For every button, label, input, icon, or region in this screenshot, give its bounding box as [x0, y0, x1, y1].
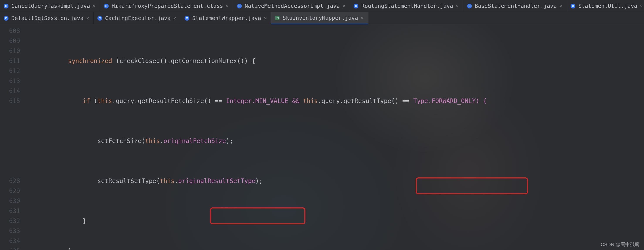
close-icon[interactable]: ×: [225, 4, 229, 8]
line-number[interactable]: 611: [0, 56, 20, 66]
java-class-icon: C: [184, 15, 190, 21]
line-number[interactable]: 635: [0, 246, 20, 250]
close-icon[interactable]: ×: [455, 4, 459, 8]
code-text: .query.getResultType() ==: [318, 96, 413, 106]
line-number[interactable]: 615: [0, 96, 20, 106]
java-class-icon: C: [3, 15, 9, 21]
close-icon[interactable]: ×: [173, 16, 177, 20]
editor-tab[interactable]: MSkuInventoryMapper.java×: [271, 12, 368, 24]
svg-text:C: C: [5, 16, 7, 20]
editor-tabs-row-2: CDefaultSqlSession.java×CCachingExecutor…: [0, 12, 644, 24]
java-class-icon: C: [466, 3, 472, 9]
code-text: .: [160, 136, 164, 146]
svg-text:C: C: [99, 16, 101, 20]
close-icon[interactable]: ×: [360, 16, 364, 20]
tab-label: DefaultSqlSession.java: [11, 15, 84, 21]
tab-label: StatementWrapper.java: [192, 15, 261, 21]
code-area[interactable]: synchronized (checkClosed().getConnectio…: [24, 24, 644, 250]
tab-label: BaseStatementHandler.java: [475, 3, 557, 9]
code-text: setResultSetType(: [98, 176, 160, 186]
svg-text:C: C: [106, 4, 108, 7]
editor-tab[interactable]: CStatementUtil.java×: [567, 0, 644, 12]
java-class-icon: C: [236, 3, 242, 9]
svg-text:C: C: [468, 4, 470, 7]
java-class-icon: C: [3, 3, 9, 9]
gutter: 6086096106116126136146156286296306316326…: [0, 24, 24, 250]
code-text: .: [174, 176, 178, 186]
code-text: setFetchSize(: [98, 136, 145, 146]
tab-label: CancelQueryTaskImpl.java: [11, 3, 90, 9]
line-number[interactable]: 634: [0, 236, 20, 246]
editor-tabs-row-1: CCancelQueryTaskImpl.java×CHikariProxyPr…: [0, 0, 644, 12]
close-icon[interactable]: ×: [86, 16, 90, 20]
line-number[interactable]: 629: [0, 186, 20, 196]
tab-label: SkuInventoryMapper.java: [282, 15, 358, 21]
line-number[interactable]: 631: [0, 206, 20, 216]
watermark-text: CSDN @蜀中孤鹰: [601, 241, 640, 248]
svg-text:C: C: [5, 4, 7, 7]
keyword-this: this: [160, 176, 174, 186]
tab-label: NativeMethodAccessorImpl.java: [245, 3, 340, 9]
code-text: (checkClosed().getConnectionMutex()) {: [112, 56, 255, 66]
editor-tab[interactable]: CStatementWrapper.java×: [181, 12, 271, 24]
editor-tab[interactable]: CHikariProxyPreparedStatement.class×: [100, 0, 233, 12]
keyword-if: if: [83, 96, 90, 106]
code-text: .FORWARD_ONLY) {: [428, 96, 487, 106]
keyword-this: this: [145, 136, 160, 146]
type-integer: Integer: [226, 96, 252, 106]
field-ref: originalResultSetType: [178, 176, 255, 186]
code-editor[interactable]: 6086096106116126136146156286296306316326…: [0, 24, 644, 250]
close-icon[interactable]: ×: [559, 4, 563, 8]
line-number[interactable]: 608: [0, 26, 20, 36]
editor-tab[interactable]: CNativeMethodAccessorImpl.java×: [233, 0, 350, 12]
close-icon[interactable]: ×: [640, 4, 643, 8]
java-class-icon: C: [570, 3, 576, 9]
svg-text:C: C: [238, 4, 240, 7]
keyword-this: this: [303, 96, 318, 106]
xml-file-icon: M: [274, 15, 280, 21]
code-text: );: [255, 176, 263, 186]
line-number[interactable]: 612: [0, 66, 20, 76]
close-icon[interactable]: ×: [263, 16, 267, 20]
code-text: .query.getResultFetchSize() ==: [112, 96, 226, 106]
line-number[interactable]: 633: [0, 226, 20, 236]
editor-tab[interactable]: CCachingExecutor.java×: [94, 12, 181, 24]
java-class-icon: C: [103, 3, 109, 9]
code-text: (: [90, 96, 98, 106]
tab-label: StatementUtil.java: [578, 3, 637, 9]
tab-label: CachingExecutor.java: [105, 15, 170, 21]
code-text: .MIN_VALUE &&: [252, 96, 303, 106]
editor-tab[interactable]: CRoutingStatementHandler.java×: [350, 0, 463, 12]
type-type: Type: [413, 96, 428, 106]
java-class-icon: C: [97, 15, 103, 21]
brace: }: [68, 246, 72, 250]
keyword-this: this: [98, 96, 112, 106]
line-number[interactable]: 614: [0, 86, 20, 96]
tab-label: RoutingStatementHandler.java: [361, 3, 453, 9]
line-number[interactable]: 609: [0, 36, 20, 46]
line-number[interactable]: 630: [0, 196, 20, 206]
tab-label: HikariProxyPreparedStatement.class: [112, 3, 223, 9]
line-number[interactable]: 628: [0, 176, 20, 186]
svg-text:C: C: [186, 16, 188, 20]
editor-tab[interactable]: CCancelQueryTaskImpl.java×: [0, 0, 100, 12]
svg-text:C: C: [572, 4, 574, 7]
keyword-synchronized: synchronized: [68, 56, 112, 66]
svg-text:C: C: [355, 4, 357, 7]
line-number[interactable]: 632: [0, 216, 20, 226]
close-icon[interactable]: ×: [342, 4, 346, 8]
code-text: );: [226, 136, 233, 146]
close-icon[interactable]: ×: [92, 4, 96, 8]
java-class-icon: C: [353, 3, 359, 9]
field-ref: originalFetchSize: [164, 136, 226, 146]
line-number[interactable]: 610: [0, 46, 20, 56]
line-number[interactable]: 613: [0, 76, 20, 86]
brace: }: [83, 216, 86, 226]
svg-text:M: M: [277, 16, 278, 18]
editor-tab[interactable]: CBaseStatementHandler.java×: [464, 0, 567, 12]
editor-tab[interactable]: CDefaultSqlSession.java×: [0, 12, 94, 24]
